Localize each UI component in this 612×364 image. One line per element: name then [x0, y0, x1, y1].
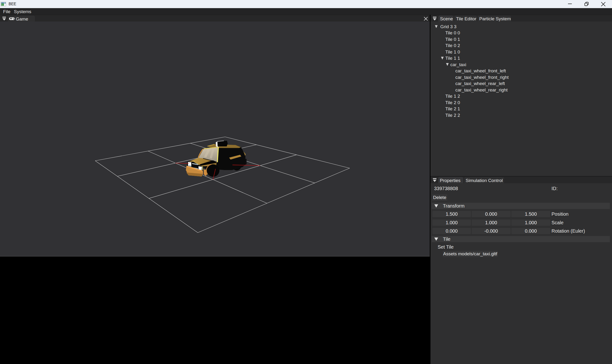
svg-text:Particle System: Particle System — [479, 16, 511, 21]
svg-text:Simulation Control: Simulation Control — [466, 178, 503, 183]
svg-text:Tile Editor: Tile Editor — [456, 16, 476, 21]
svg-text:Properties: Properties — [440, 178, 461, 183]
svg-text:Scene: Scene — [440, 16, 453, 21]
svg-text:Game: Game — [16, 16, 28, 22]
